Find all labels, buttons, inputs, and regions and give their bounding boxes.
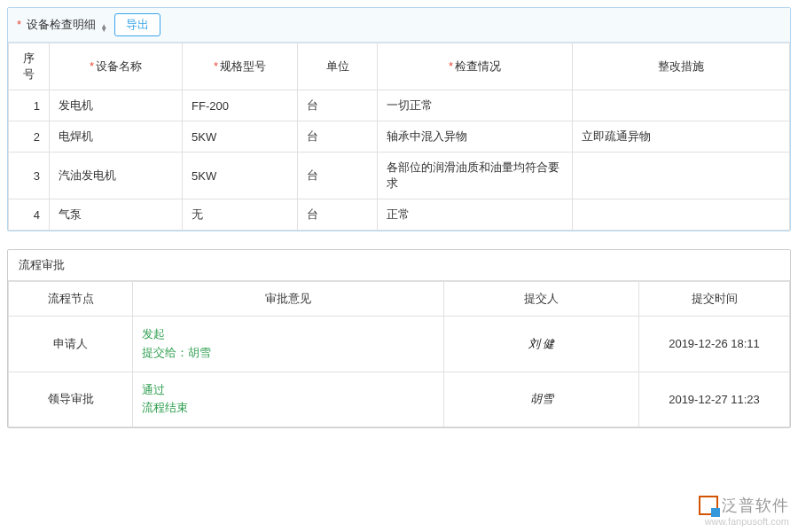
cell-seq: 1 [9, 90, 50, 121]
detail-panel-header: * 设备检查明细 ▲▼ 导出 [8, 8, 790, 43]
col-time: 提交时间 [639, 282, 790, 317]
cell-name: 汽油发电机 [50, 153, 183, 200]
equipment-detail-panel: * 设备检查明细 ▲▼ 导出 序号 *设备名称 *规格型号 单位 *检查情况 整… [7, 7, 791, 231]
table-header-row: 序号 *设备名称 *规格型号 单位 *检查情况 整改措施 [9, 43, 790, 90]
cell-unit: 台 [298, 121, 378, 153]
cell-name: 气泵 [50, 200, 183, 231]
col-opinion: 审批意见 [133, 282, 444, 317]
opinion-line: 流程结束 [142, 399, 434, 418]
cell-condition: 各部位的润滑油质和油量均符合要求 [378, 153, 573, 200]
cell-condition: 轴承中混入异物 [378, 121, 573, 153]
cell-condition: 一切正常 [378, 90, 573, 121]
approval-row: 领导审批 通过 流程结束 胡雪 2019-12-27 11:23 [9, 372, 790, 427]
cell-opinion: 通过 流程结束 [133, 372, 444, 427]
col-name: *设备名称 [50, 43, 183, 90]
opinion-line: 通过 [142, 381, 434, 400]
signature: 胡雪 [444, 372, 639, 427]
signature: 刘 健 [444, 317, 639, 372]
cell-node: 领导审批 [9, 372, 133, 427]
opinion-line: 提交给：胡雪 [142, 344, 434, 363]
approval-header-row: 流程节点 审批意见 提交人 提交时间 [9, 282, 790, 317]
col-spec: *规格型号 [183, 43, 298, 90]
col-seq: 序号 [9, 43, 50, 90]
detail-title: 设备检查明细 [27, 18, 96, 31]
cell-unit: 台 [298, 90, 378, 121]
table-row: 3 汽油发电机 5KW 台 各部位的润滑油质和油量均符合要求 [9, 153, 790, 200]
cell-name: 电焊机 [50, 121, 183, 153]
cell-spec: FF-200 [183, 90, 298, 121]
cell-condition: 正常 [378, 200, 573, 231]
cell-name: 发电机 [50, 90, 183, 121]
detail-title-wrap: * 设备检查明细 ▲▼ [17, 17, 107, 33]
export-button[interactable]: 导出 [114, 13, 160, 36]
cell-node: 申请人 [9, 317, 133, 372]
required-mark: * [17, 18, 21, 31]
sort-icon[interactable]: ▲▼ [100, 25, 107, 32]
col-action: 整改措施 [573, 43, 790, 90]
cell-spec: 5KW [183, 153, 298, 200]
approval-panel: 流程审批 流程节点 审批意见 提交人 提交时间 申请人 发起 提交给：胡雪 刘 … [7, 249, 791, 428]
table-row: 1 发电机 FF-200 台 一切正常 [9, 90, 790, 121]
cell-time: 2019-12-27 11:23 [639, 372, 790, 427]
cell-seq: 2 [9, 121, 50, 153]
cell-action: 立即疏通异物 [573, 121, 790, 153]
cell-unit: 台 [298, 200, 378, 231]
opinion-line: 发起 [142, 325, 434, 344]
approval-title: 流程审批 [8, 250, 790, 281]
table-row: 2 电焊机 5KW 台 轴承中混入异物 立即疏通异物 [9, 121, 790, 153]
approval-table: 流程节点 审批意见 提交人 提交时间 申请人 发起 提交给：胡雪 刘 健 201… [8, 281, 790, 427]
cell-action [573, 200, 790, 231]
cell-spec: 无 [183, 200, 298, 231]
col-submitter: 提交人 [444, 282, 639, 317]
cell-spec: 5KW [183, 121, 298, 153]
cell-unit: 台 [298, 153, 378, 200]
col-unit: 单位 [298, 43, 378, 90]
cell-seq: 4 [9, 200, 50, 231]
approval-row: 申请人 发起 提交给：胡雪 刘 健 2019-12-26 18:11 [9, 317, 790, 372]
cell-seq: 3 [9, 153, 50, 200]
cell-time: 2019-12-26 18:11 [639, 317, 790, 372]
equipment-table: 序号 *设备名称 *规格型号 单位 *检查情况 整改措施 1 发电机 FF-20… [8, 43, 790, 231]
cell-action [573, 90, 790, 121]
col-condition: *检查情况 [378, 43, 573, 90]
cell-opinion: 发起 提交给：胡雪 [133, 317, 444, 372]
col-node: 流程节点 [9, 282, 133, 317]
cell-action [573, 153, 790, 200]
table-row: 4 气泵 无 台 正常 [9, 200, 790, 231]
